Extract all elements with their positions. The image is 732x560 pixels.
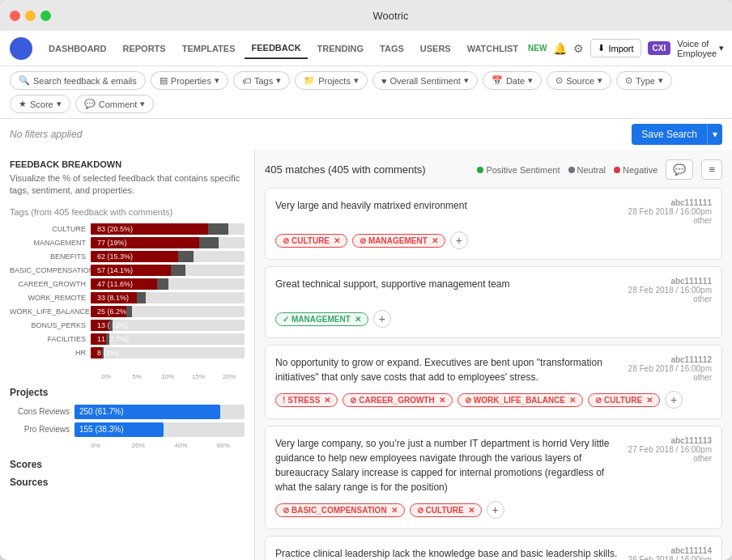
tag-pill[interactable]: ⊘BASIC_COMPENSATION✕ [275,503,405,517]
feedback-breakdown-title: FEEDBACK BREAKDOWN [10,159,245,169]
tags-section-title: Tags (from 405 feedback with comments) [10,207,245,217]
import-button[interactable]: ⬇ Import [590,39,640,57]
tag-pill[interactable]: ⊘WORK_LIFE_BALANCE✕ [458,393,583,407]
tag-bar-row: MANAGEMENT77 (19%) [10,237,245,248]
left-panel: FEEDBACK BREAKDOWN Visualize the % of se… [0,150,255,560]
tag-pill[interactable]: ⊘MANAGEMENT✕ [352,234,445,248]
chevron-down-icon: ▾ [528,75,533,86]
save-search-button[interactable]: Save Search [632,124,707,145]
tag-remove[interactable]: ✕ [432,236,438,245]
download-icon: ⬇ [598,43,605,53]
tag-pill[interactable]: ⊘CULTURE✕ [275,234,347,248]
cxi-badge: CXI [648,41,671,55]
bell-icon[interactable]: 🔔 [553,42,567,55]
tag-remove[interactable]: ✕ [646,396,653,405]
feedback-cards: Very large and heavily matrixed environm… [265,188,722,560]
search-pill[interactable]: 🔍 Search feedback & emails [10,71,146,90]
nav-item-dashboard[interactable]: DASHBOARD [42,39,113,58]
chevron-down-icon: ▾ [598,75,602,86]
tag-bar-row: BENEFITS62 (15.3%) [10,251,245,262]
nav-item-trending[interactable]: TRENDING [311,39,370,58]
voice-of-employee[interactable]: Voice of Employee ▾ [677,39,724,58]
chevron-down-icon: ▾ [140,99,145,109]
chevron-down-icon: ▾ [354,75,359,86]
projects-section: Projects Cons Reviews250 (61.7%)Pro Revi… [10,387,245,449]
save-search-group: Save Search ▾ [632,124,722,145]
tag-bar-row: BONUS_PERKS13 (3.2%) [10,320,245,331]
score-pill[interactable]: ★ Score ▾ [10,95,70,113]
projects-pill[interactable]: 📁 Projects ▾ [295,71,368,90]
list-view-button[interactable]: ≡ [701,159,722,180]
project-bar-row: Pro Reviews155 (38.3%) [10,422,245,437]
feedback-card: Practice clinical leadership lack the kn… [265,536,722,560]
chevron-down-icon: ▾ [719,43,724,53]
window-title: Wootric [59,10,722,22]
chevron-down-icon: ▾ [276,75,281,86]
tag-remove[interactable]: ✕ [468,506,475,515]
tag-pill[interactable]: !STRESS✕ [275,393,338,407]
filter-bar: 🔍 Search feedback & emails ▤ Properties … [0,66,732,119]
add-tag-button[interactable]: + [450,231,468,249]
add-tag-button[interactable]: + [487,501,504,519]
tag-remove[interactable]: ✕ [391,506,398,515]
neutral-legend: Neutral [568,165,606,175]
nav-item-templates[interactable]: TEMPLATES [176,39,242,58]
comment-pill[interactable]: 💬 Comment ▾ [75,95,155,113]
sources-section: Sources [10,477,245,488]
window-controls [10,11,51,21]
type-pill[interactable]: ⊙ Type ▾ [616,71,672,90]
nav-item-reports[interactable]: REPORTS [117,39,172,58]
tag-remove[interactable]: ✕ [355,315,361,324]
positive-legend: Positive Sentiment [477,165,560,175]
type-icon: ⊙ [625,75,632,86]
maximize-button[interactable] [40,11,51,21]
sentiment-legend: Positive Sentiment Neutral Negative [477,165,658,175]
tag-remove[interactable]: ✕ [334,236,340,245]
tag-remove[interactable]: ✕ [324,396,330,405]
tags-chart-axis: 0% 5% 10% 15% 20% [91,371,245,380]
tag-bar-row: BASIC_COMPENSATION57 (14.1%) [10,265,245,276]
tag-pill[interactable]: ✓MANAGEMENT✕ [275,312,368,326]
tag-remove[interactable]: ✕ [439,396,445,405]
tags-bar-chart: CULTURE83 (20.5%)MANAGEMENT77 (19%)BENEF… [10,223,245,358]
properties-icon: ▤ [160,75,168,86]
save-search-chevron-button[interactable]: ▾ [707,124,722,145]
tag-bar-row: WORK_REMOTE33 (8.1%) [10,292,245,303]
negative-legend: Negative [614,165,658,175]
scores-section: Scores [10,459,245,470]
source-pill[interactable]: ⊙ Source ▾ [547,71,611,90]
results-count: 405 matches (405 with comments) [265,163,426,176]
folder-icon: 📁 [304,75,315,86]
project-bar-row: Cons Reviews250 (61.7%) [10,405,245,419]
comment-view-button[interactable]: 💬 [666,159,693,180]
close-button[interactable] [10,11,20,21]
tags-pill[interactable]: 🏷 Tags ▾ [233,71,290,90]
nav-item-feedback[interactable]: FEEDBACK [245,38,307,59]
projects-title: Projects [10,387,245,398]
projects-chart: Cons Reviews250 (61.7%)Pro Reviews155 (3… [10,405,245,437]
nav-item-users[interactable]: USERS [414,39,458,58]
tag-bar-row: CAREER_GROWTH47 (11.6%) [10,278,245,290]
calendar-icon: 📅 [492,75,503,86]
properties-pill[interactable]: ▤ Properties ▾ [151,71,228,90]
sentiment-pill[interactable]: ♥ Overall Sentiment ▾ [372,71,478,90]
tag-pill[interactable]: ⊘CULTURE✕ [588,393,660,407]
nav-logo[interactable] [10,37,32,60]
nav-item-watchlist[interactable]: WATCHLIST [461,39,525,58]
add-tag-button[interactable]: + [373,310,391,328]
sources-title: Sources [10,477,245,488]
gear-icon[interactable]: ⚙ [573,42,584,55]
tag-bar-row: FACILITIES11 (2.7%) [10,333,245,345]
nav-new-label: NEW [528,44,547,53]
chevron-down-icon: ▾ [57,99,62,109]
tag-pill[interactable]: ⊘CULTURE✕ [410,503,482,517]
feedback-card: Very large company, so you’re just a num… [265,426,722,529]
scores-title: Scores [10,459,245,470]
date-pill[interactable]: 📅 Date ▾ [483,71,542,90]
tag-remove[interactable]: ✕ [569,396,576,405]
status-bar: No filters applied Save Search ▾ [0,119,732,150]
minimize-button[interactable] [25,11,36,21]
nav-item-tags[interactable]: TAGS [373,39,411,58]
add-tag-button[interactable]: + [665,391,683,409]
tag-pill[interactable]: ⊘CAREER_GROWTH✕ [343,393,452,407]
